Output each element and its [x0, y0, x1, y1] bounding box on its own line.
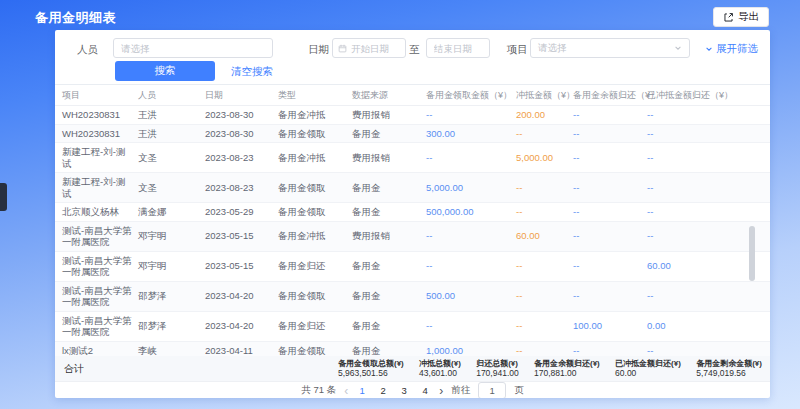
- pagination-total: 共 71 条: [301, 384, 336, 397]
- column-header-person: 人员: [138, 89, 205, 102]
- table-row: 测试-南昌大学第一附属医院邵梦泽2023-04-20备用金领取备用金500.00…: [55, 282, 770, 312]
- table-cell: 2023-08-23: [205, 182, 278, 194]
- table-cell: 2023-04-11: [205, 345, 278, 357]
- date-end-input[interactable]: [426, 38, 490, 58]
- summary-total-item: 备用金领取总额(¥)5,963,501.56: [338, 359, 404, 379]
- summary-total-value: 5,963,501.56: [338, 368, 404, 378]
- table-cell: 2023-08-30: [205, 128, 278, 140]
- table-row: lx测试2李峡2023-04-11备用金领取备用金1,000.00------: [55, 342, 770, 357]
- summary-total-value: 170,941.00: [476, 368, 519, 378]
- column-header-project: 项目: [62, 89, 138, 102]
- expand-filters-link[interactable]: 展开筛选: [705, 42, 758, 56]
- vertical-scrollbar-thumb[interactable]: [749, 226, 755, 281]
- summary-label: 合计: [64, 362, 84, 376]
- project-filter-label: 项目: [507, 43, 528, 57]
- goto-page-input[interactable]: [478, 382, 506, 398]
- table-cell: 备用金冲抵: [278, 152, 352, 164]
- chevron-down-icon: [705, 45, 713, 53]
- table-cell: 王洪: [138, 109, 205, 121]
- table-cell: 测试-南昌大学第一附属医院: [62, 255, 138, 278]
- project-select[interactable]: 请选择: [530, 38, 690, 58]
- table-cell: 邓宇明: [138, 260, 205, 272]
- table-row: WH20230831王洪2023-08-30备用金领取备用金300.00----…: [55, 125, 770, 144]
- column-header-received-amount: 备用金领取金额（¥）: [426, 89, 516, 102]
- search-button[interactable]: 搜索: [115, 61, 215, 81]
- table-cell: 李峡: [138, 345, 205, 357]
- table-cell: 费用报销: [352, 152, 426, 164]
- calendar-icon: [338, 44, 347, 53]
- table-cell: 费用报销: [352, 230, 426, 242]
- table-cell: 备用金: [352, 260, 426, 272]
- table-cell: 500,000.00: [426, 206, 516, 218]
- table-row: WH20230831王洪2023-08-30备用金冲抵费用报销--200.00-…: [55, 106, 770, 125]
- date-start-field[interactable]: [351, 43, 400, 54]
- person-filter-input[interactable]: [113, 38, 273, 58]
- summary-total-value: 5,749,019.56: [696, 368, 762, 378]
- table-cell: lx测试2: [62, 345, 138, 357]
- table-cell: --: [516, 260, 573, 272]
- summary-total-item: 冲抵总额(¥)43,601.00: [419, 359, 461, 379]
- clear-search-link[interactable]: 清空搜索: [231, 65, 273, 79]
- table-cell: 备用金: [352, 320, 426, 332]
- page-number-list: 1234: [356, 385, 431, 396]
- table-cell: 备用金冲抵: [278, 109, 352, 121]
- page-button[interactable]: 3: [398, 385, 410, 396]
- table-cell: 备用金: [352, 290, 426, 302]
- export-button[interactable]: 导出: [713, 7, 769, 27]
- table-cell: 费用报销: [352, 109, 426, 121]
- table-cell: 1,000.00: [426, 345, 516, 357]
- table-cell: 测试-南昌大学第一附属医院: [62, 225, 138, 248]
- prev-page-icon[interactable]: ‹: [344, 385, 348, 397]
- table-cell: 100.00: [573, 320, 647, 332]
- export-icon: [723, 12, 734, 23]
- date-start-input[interactable]: [332, 38, 406, 58]
- page-button[interactable]: 4: [419, 385, 431, 396]
- table-row: 测试-南昌大学第一附属医院邓宇明2023-05-15备用金冲抵费用报销--60.…: [55, 222, 770, 252]
- table-cell: 备用金领取: [278, 128, 352, 140]
- summary-total-label: 备用金余额归还(¥): [534, 359, 600, 369]
- table-cell: --: [573, 128, 647, 140]
- side-drawer-handle[interactable]: [0, 183, 7, 211]
- table-cell: 文圣: [138, 182, 205, 194]
- summary-totals: 备用金领取总额(¥)5,963,501.56冲抵总额(¥)43,601.00归还…: [338, 356, 762, 381]
- table-cell: --: [516, 320, 573, 332]
- summary-total-item: 已冲抵金额归还(¥)60.00: [615, 359, 681, 379]
- page-button[interactable]: 2: [377, 385, 389, 396]
- table-cell: 邵梦泽: [138, 290, 205, 302]
- table-cell: 0.00: [647, 320, 770, 332]
- table-cell: 备用金冲抵: [278, 230, 352, 242]
- table-cell: 备用金: [352, 345, 426, 357]
- table-cell: 王洪: [138, 128, 205, 140]
- table-cell: 300.00: [426, 128, 516, 140]
- filter-bar: 人员 日期 至 项目 请选择: [55, 30, 770, 85]
- table-cell: 备用金领取: [278, 345, 352, 357]
- table-cell: --: [573, 206, 647, 218]
- table-row: 新建工程-刘-测试文圣2023-08-23备用金领取备用金5,000.00---…: [55, 173, 770, 203]
- expand-filters-label: 展开筛选: [716, 42, 758, 56]
- table-body: WH20230831王洪2023-08-30备用金冲抵费用报销--200.00-…: [55, 106, 770, 356]
- table-row: 测试-南昌大学第一附属医院邓宇明2023-05-15备用金归还备用金------…: [55, 252, 770, 282]
- table-cell: 备用金归还: [278, 260, 352, 272]
- summary-row: 合计 备用金领取总额(¥)5,963,501.56冲抵总额(¥)43,601.0…: [55, 356, 770, 382]
- table-cell: 200.00: [516, 109, 573, 121]
- summary-total-item: 备用金剩余金额(¥)5,749,019.56: [696, 359, 762, 379]
- table-cell: --: [516, 206, 573, 218]
- summary-total-label: 冲抵总额(¥): [419, 359, 461, 369]
- page-button[interactable]: 1: [356, 385, 368, 396]
- column-header-source: 数据来源: [352, 89, 426, 102]
- table-header: 项目 人员 日期 类型 数据来源 备用金领取金额（¥） 冲抵金额（¥） 备用金余…: [55, 85, 770, 106]
- chevron-down-icon: [674, 44, 682, 52]
- table-cell: WH20230831: [62, 128, 138, 140]
- table-cell: --: [647, 152, 770, 164]
- table-row: 北京顺义杨林满金娜2023-05-29备用金领取备用金500,000.00---…: [55, 203, 770, 222]
- person-filter-label: 人员: [77, 43, 98, 57]
- table-cell: 备用金领取: [278, 182, 352, 194]
- table-cell: --: [573, 345, 647, 357]
- table-cell: --: [573, 182, 647, 194]
- table-row: 测试-南昌大学第一附属医院邵梦泽2023-04-20备用金归还备用金----10…: [55, 312, 770, 342]
- summary-total-label: 归还总额(¥): [476, 359, 519, 369]
- table-cell: 邓宇明: [138, 230, 205, 242]
- page-title: 备用金明细表: [35, 9, 116, 27]
- next-page-icon[interactable]: ›: [439, 385, 443, 397]
- table-cell: 5,000.00: [426, 182, 516, 194]
